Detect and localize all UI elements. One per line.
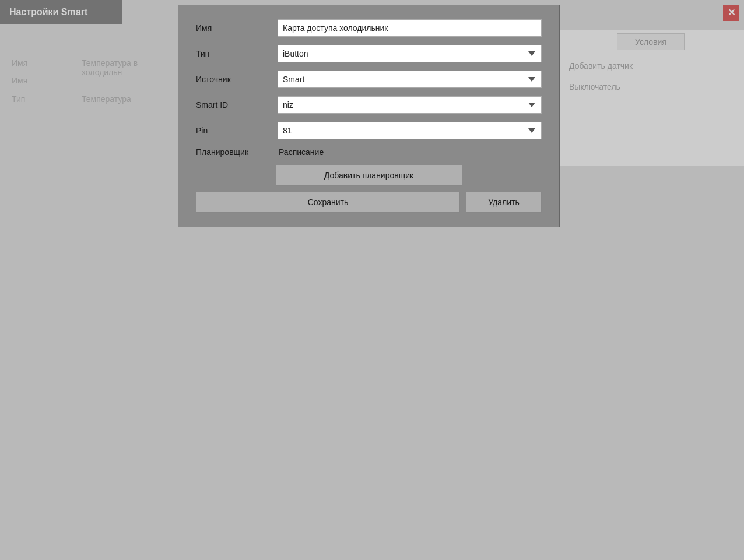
pin-select[interactable]: 81 82 83 84 <box>278 122 542 139</box>
name-input[interactable] <box>278 19 542 37</box>
smart-id-row: Smart ID niz vyz other <box>196 96 542 114</box>
type-label: Тип <box>196 49 278 58</box>
edit-dialog: Имя Тип iButton RFID NFC Источник Smart … <box>178 5 560 227</box>
name-label: Имя <box>196 23 278 33</box>
source-select[interactable]: Smart Local <box>278 71 542 88</box>
pin-label: Pin <box>196 126 278 135</box>
source-label: Источник <box>196 75 278 84</box>
save-button[interactable]: Сохранить <box>196 192 460 213</box>
scheduler-label: Планировщик <box>196 147 278 157</box>
name-row: Имя <box>196 19 542 37</box>
add-scheduler-area: Добавить планировщик <box>196 165 542 186</box>
type-select[interactable]: iButton RFID NFC <box>278 45 542 62</box>
pin-row: Pin 81 82 83 84 <box>196 122 542 139</box>
dialog-actions-bottom: Сохранить Удалить <box>196 192 542 213</box>
scheduler-value: Расписание <box>278 147 324 157</box>
type-row: Тип iButton RFID NFC <box>196 45 542 62</box>
source-row: Источник Smart Local <box>196 71 542 88</box>
scheduler-row: Планировщик Расписание <box>196 147 542 157</box>
smart-id-label: Smart ID <box>196 100 278 110</box>
delete-button[interactable]: Удалить <box>466 192 542 213</box>
smart-id-select[interactable]: niz vyz other <box>278 96 542 114</box>
add-scheduler-button[interactable]: Добавить планировщик <box>276 165 462 186</box>
